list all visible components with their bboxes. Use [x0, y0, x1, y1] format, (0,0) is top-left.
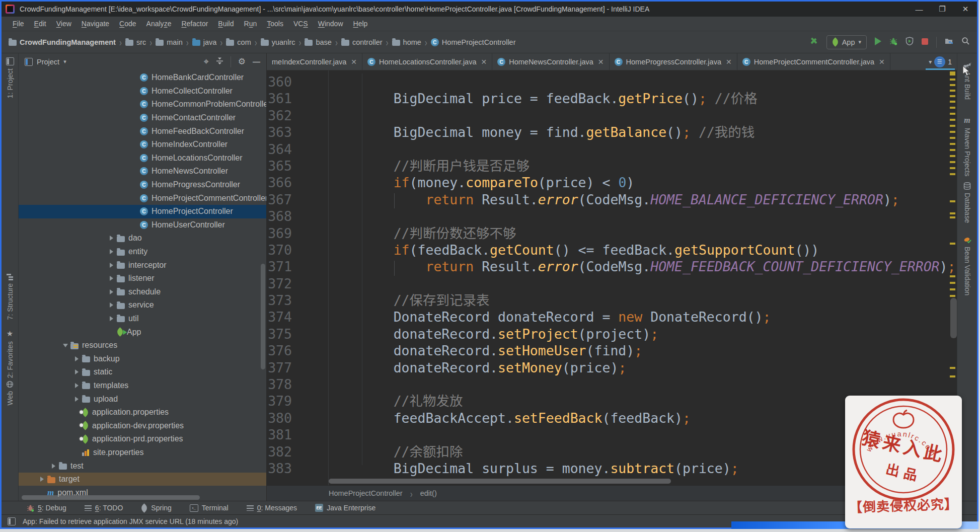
- chevron-down-icon[interactable]: ▾: [63, 58, 66, 65]
- hidden-tabs-button[interactable]: ▾☰1: [924, 53, 957, 70]
- tree-item-test[interactable]: test: [19, 459, 266, 473]
- menu-file[interactable]: File: [8, 18, 29, 29]
- tree-expand-arrow-icon[interactable]: [106, 263, 117, 268]
- hide-panel-button[interactable]: —: [253, 57, 260, 66]
- coverage-button[interactable]: [906, 37, 914, 47]
- tree-expand-arrow-icon[interactable]: [106, 316, 117, 321]
- tool-strip-maven-projects[interactable]: mMaven Projects: [957, 116, 977, 176]
- tool-window-button-spring[interactable]: Spring: [141, 504, 171, 512]
- run-configuration-select[interactable]: App▾: [826, 35, 867, 49]
- close-tab-icon[interactable]: ✕: [351, 58, 357, 66]
- error-stripe-mark[interactable]: [950, 212, 955, 214]
- menu-run[interactable]: Run: [239, 18, 262, 29]
- editor-tab[interactable]: CHomeProjectCommentController.java✕: [737, 53, 890, 70]
- tool-window-button-terminal[interactable]: ›_Terminal: [190, 504, 229, 512]
- tool-window-toggle-icon[interactable]: [8, 517, 16, 525]
- collapse-all-button[interactable]: [216, 57, 223, 66]
- tree-item-schedule[interactable]: schedule: [19, 285, 266, 299]
- error-stripe-mark[interactable]: [950, 173, 955, 175]
- tree-item-dao[interactable]: dao: [19, 232, 266, 245]
- tree-item-application-dev-properties[interactable]: application-dev.properties: [19, 419, 266, 432]
- build-button[interactable]: [809, 36, 818, 48]
- menu-tools[interactable]: Tools: [262, 18, 288, 29]
- tree-expand-arrow-icon[interactable]: [106, 249, 117, 254]
- breadcrumb-item[interactable]: base: [305, 38, 331, 46]
- tree-item-homeprogresscontroller[interactable]: CHomeProgressController: [19, 178, 266, 192]
- tree-item-site-properties[interactable]: site.properties: [19, 446, 266, 460]
- error-stripe-mark[interactable]: [950, 119, 955, 121]
- project-tree-horizontal-scrollbar[interactable]: [22, 495, 200, 500]
- close-button[interactable]: ✕: [954, 2, 977, 17]
- error-stripe-mark[interactable]: [950, 101, 955, 103]
- tree-item-homeindexcontroller[interactable]: CHomeIndexController: [19, 138, 266, 151]
- menu-vcs[interactable]: VCS: [288, 18, 313, 29]
- tool-window-button-java-enterprise[interactable]: EEJava Enterprise: [315, 504, 375, 512]
- error-stripe-mark[interactable]: [950, 282, 955, 284]
- tree-expand-arrow-icon[interactable]: [106, 236, 117, 241]
- error-stripe-mark[interactable]: [950, 125, 955, 127]
- breadcrumb-item[interactable]: src: [125, 38, 146, 46]
- breadcrumb-item[interactable]: com: [226, 38, 251, 46]
- error-stripe-mark[interactable]: [950, 216, 955, 218]
- error-stripe-mark[interactable]: [950, 79, 955, 81]
- tool-window-button-6-todo[interactable]: 6: TODO: [85, 504, 123, 512]
- error-stripe-mark[interactable]: [950, 71, 955, 75]
- tree-item-homeusercontroller[interactable]: CHomeUserController: [19, 218, 266, 232]
- menu-build[interactable]: Build: [213, 18, 239, 29]
- tree-expand-arrow-icon[interactable]: [71, 383, 82, 388]
- tree-expand-arrow-icon[interactable]: [106, 302, 117, 308]
- close-tab-icon[interactable]: ✕: [726, 58, 732, 66]
- tool-windows-button[interactable]: [945, 37, 953, 47]
- search-everywhere-button[interactable]: [961, 37, 970, 47]
- error-stripe-mark[interactable]: [950, 295, 955, 297]
- tree-item-upload[interactable]: upload: [19, 392, 266, 406]
- debug-button[interactable]: [889, 37, 897, 47]
- breadcrumb-item[interactable]: main: [156, 38, 182, 46]
- error-stripe-mark[interactable]: [950, 131, 955, 133]
- error-stripe-mark[interactable]: [950, 167, 955, 169]
- tree-item-target[interactable]: target: [19, 473, 266, 486]
- gear-icon[interactable]: ⚙: [238, 56, 246, 67]
- project-tree[interactable]: CHomeBankCardControllerCHomeCollectContr…: [19, 70, 266, 501]
- breadcrumb-item[interactable]: controller: [341, 38, 383, 46]
- error-stripe-mark[interactable]: [950, 143, 955, 145]
- tool-strip-web[interactable]: Web: [2, 381, 18, 406]
- tree-expand-arrow-icon[interactable]: [71, 356, 82, 361]
- error-stripe-mark[interactable]: [950, 288, 955, 290]
- close-tab-icon[interactable]: ✕: [598, 58, 604, 66]
- tool-strip-database[interactable]: Database: [957, 182, 977, 223]
- error-stripe-mark[interactable]: [950, 137, 955, 139]
- tree-item-static[interactable]: static: [19, 365, 266, 379]
- tool-strip-1-project[interactable]: 1: Project: [2, 57, 18, 98]
- minimize-button[interactable]: —: [908, 2, 931, 17]
- tree-expand-arrow-icon[interactable]: [106, 276, 117, 281]
- tree-expand-arrow-icon[interactable]: [71, 369, 82, 374]
- tree-expand-arrow-icon[interactable]: [71, 397, 82, 402]
- menu-window[interactable]: Window: [313, 18, 348, 29]
- project-panel-title[interactable]: Project: [37, 58, 59, 66]
- tree-item-listener[interactable]: listener: [19, 272, 266, 285]
- tool-window-button-5-debug[interactable]: 5: Debug: [27, 504, 66, 512]
- tree-item-application-prd-properties[interactable]: application-prd.properties: [19, 432, 266, 446]
- error-stripe-mark[interactable]: [950, 155, 955, 157]
- menu-view[interactable]: View: [51, 18, 77, 29]
- tree-item-entity[interactable]: entity: [19, 245, 266, 259]
- editor-horizontal-scrollbar[interactable]: [329, 479, 671, 484]
- tool-strip-7-structure[interactable]: 7: Structure: [2, 274, 18, 320]
- breadcrumb-class[interactable]: HomeProjectController: [329, 489, 403, 497]
- breadcrumb-item[interactable]: yuanlrc: [261, 38, 295, 46]
- tree-item-app[interactable]: App: [19, 325, 266, 339]
- tool-strip-2-favorites[interactable]: ★2: Favorites: [2, 329, 18, 378]
- tree-item-homecollectcontroller[interactable]: CHomeCollectController: [19, 85, 266, 98]
- tool-window-button-0-messages[interactable]: 0: Messages: [247, 504, 297, 512]
- maximize-button[interactable]: ❐: [931, 2, 954, 17]
- tree-item-templates[interactable]: templates: [19, 379, 266, 393]
- tree-item-backup[interactable]: backup: [19, 352, 266, 365]
- tree-expand-arrow-icon[interactable]: [60, 344, 70, 347]
- error-stripe-mark[interactable]: [950, 200, 955, 202]
- error-stripe-mark[interactable]: [950, 161, 955, 163]
- error-stripe-mark[interactable]: [950, 367, 955, 369]
- tree-item-application-properties[interactable]: application.properties: [19, 406, 266, 419]
- error-stripe-mark[interactable]: [950, 90, 955, 92]
- tree-item-resources[interactable]: resources: [19, 339, 266, 352]
